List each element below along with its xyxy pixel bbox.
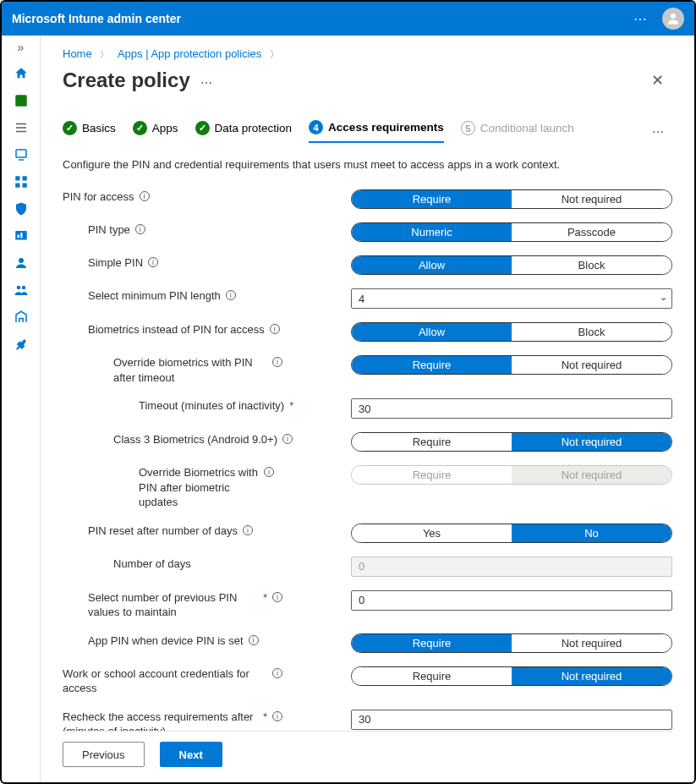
input-timeout[interactable] bbox=[351, 398, 672, 419]
title-more-icon[interactable]: ⋯ bbox=[194, 76, 214, 90]
crumb-home[interactable]: Home bbox=[63, 47, 92, 60]
info-icon[interactable]: i bbox=[272, 592, 282, 602]
info-icon[interactable]: i bbox=[140, 191, 150, 201]
row-app-pin-device: App PIN when device PIN is seti RequireN… bbox=[63, 633, 672, 653]
label-class3: Class 3 Biometrics (Android 9.0+) bbox=[113, 432, 277, 447]
toggle-pin-access[interactable]: RequireNot required bbox=[351, 189, 672, 209]
wizard-footer: Previous Next bbox=[63, 731, 672, 782]
svg-rect-5 bbox=[16, 150, 26, 157]
step-conditional-launch[interactable]: 5Conditional launch bbox=[461, 121, 574, 142]
toggle-pin-reset[interactable]: YesNo bbox=[351, 524, 672, 543]
step-data-protection[interactable]: ✓Data protection bbox=[195, 121, 293, 142]
label-num-days: Number of days bbox=[113, 556, 191, 572]
row-prev-pins: Select number of previous PIN values to … bbox=[63, 590, 672, 620]
svg-rect-9 bbox=[15, 184, 19, 188]
info-icon[interactable]: i bbox=[264, 467, 274, 477]
svg-point-14 bbox=[19, 258, 24, 263]
toggle-work-creds[interactable]: RequireNot required bbox=[351, 666, 672, 686]
users-icon[interactable] bbox=[14, 255, 29, 271]
crumb-apps[interactable]: Apps | App protection policies bbox=[118, 47, 261, 60]
step-number: 5 bbox=[461, 121, 475, 135]
toggle-class3-bio[interactable]: RequireNot required bbox=[351, 432, 672, 452]
dashboard-icon[interactable] bbox=[14, 93, 29, 108]
side-nav: » bbox=[2, 36, 41, 782]
home-icon[interactable] bbox=[14, 66, 29, 81]
close-icon[interactable]: ✕ bbox=[643, 66, 672, 95]
input-recheck[interactable] bbox=[351, 710, 672, 730]
input-prev-pins[interactable] bbox=[351, 590, 672, 611]
row-override-bio-timeout: Override biometrics with PIN after timeo… bbox=[63, 355, 672, 385]
security-icon[interactable] bbox=[14, 201, 29, 217]
label-min-length: Select minimum PIN length bbox=[88, 288, 221, 304]
info-icon[interactable]: i bbox=[226, 290, 236, 300]
row-pin-access: PIN for accessi RequireNot required bbox=[63, 189, 672, 209]
required-marker: * bbox=[263, 710, 267, 725]
row-class3-bio: Class 3 Biometrics (Android 9.0+)i Requi… bbox=[63, 432, 672, 452]
row-timeout: Timeout (minutes of inactivity)* bbox=[63, 398, 672, 419]
info-icon[interactable]: i bbox=[249, 635, 259, 645]
input-num-days bbox=[351, 556, 672, 577]
label-override-bio-updates: Override Biometrics with PIN after biome… bbox=[139, 465, 259, 510]
check-icon: ✓ bbox=[195, 121, 210, 135]
row-recheck: Recheck the access requirements after (m… bbox=[63, 710, 672, 731]
devices-icon[interactable] bbox=[14, 147, 29, 162]
info-icon[interactable]: i bbox=[272, 711, 282, 721]
row-pin-type: PIN typei NumericPasscode bbox=[63, 222, 672, 242]
svg-rect-10 bbox=[22, 184, 26, 188]
toggle-biometrics[interactable]: AllowBlock bbox=[351, 322, 672, 342]
next-button[interactable]: Next bbox=[160, 742, 222, 767]
previous-button[interactable]: Previous bbox=[63, 742, 145, 767]
top-bar: Microsoft Intune admin center ⋯ bbox=[2, 2, 694, 36]
reports-icon[interactable] bbox=[14, 228, 29, 244]
topbar-more-icon[interactable]: ⋯ bbox=[633, 11, 649, 27]
step-apps[interactable]: ✓Apps bbox=[133, 121, 178, 142]
label-timeout: Timeout (minutes of inactivity) bbox=[139, 398, 284, 414]
groups-icon[interactable] bbox=[14, 282, 29, 298]
svg-rect-12 bbox=[17, 235, 19, 238]
toggle-pin-type[interactable]: NumericPasscode bbox=[351, 222, 672, 242]
all-services-icon[interactable] bbox=[14, 120, 29, 135]
step-access-requirements[interactable]: 4Access requirements bbox=[309, 120, 444, 143]
troubleshoot-icon[interactable] bbox=[14, 337, 29, 352]
label-biometrics: Biometrics instead of PIN for access bbox=[88, 322, 265, 337]
check-icon: ✓ bbox=[133, 121, 147, 135]
svg-rect-8 bbox=[22, 176, 26, 180]
label-prev-pins: Select number of previous PIN values to … bbox=[88, 590, 258, 620]
info-icon[interactable]: i bbox=[272, 668, 282, 678]
info-icon[interactable]: i bbox=[272, 357, 282, 367]
apps-icon[interactable] bbox=[14, 174, 29, 189]
required-marker: * bbox=[289, 398, 293, 414]
row-pin-reset: PIN reset after number of daysi YesNo bbox=[63, 524, 672, 543]
chevron-right-icon: 〉 bbox=[95, 49, 114, 59]
info-icon[interactable]: i bbox=[135, 224, 145, 234]
user-avatar[interactable] bbox=[662, 8, 684, 30]
toggle-app-pin-device[interactable]: RequireNot required bbox=[351, 633, 672, 653]
label-pin-reset: PIN reset after number of days bbox=[88, 524, 238, 539]
breadcrumb: Home 〉 Apps | App protection policies 〉 bbox=[63, 47, 672, 61]
check-icon: ✓ bbox=[63, 121, 77, 135]
page-title: Create policy bbox=[63, 69, 190, 91]
steps-more-icon[interactable]: ⋯ bbox=[652, 125, 672, 139]
label-app-pin-device: App PIN when device PIN is set bbox=[88, 633, 244, 649]
toggle-simple-pin[interactable]: AllowBlock bbox=[351, 255, 672, 275]
row-num-days: Number of days bbox=[63, 556, 672, 577]
svg-point-15 bbox=[16, 286, 20, 290]
svg-rect-13 bbox=[20, 233, 22, 238]
svg-point-0 bbox=[671, 14, 676, 19]
select-min-length[interactable] bbox=[351, 288, 672, 309]
toggle-override-bio-timeout[interactable]: RequireNot required bbox=[351, 355, 672, 375]
svg-point-16 bbox=[21, 286, 25, 290]
step-basics[interactable]: ✓Basics bbox=[63, 121, 116, 142]
tenant-icon[interactable] bbox=[14, 310, 29, 325]
info-icon[interactable]: i bbox=[148, 257, 158, 267]
toggle-override-bio-updates: RequireNot required bbox=[351, 465, 672, 485]
info-icon[interactable]: i bbox=[270, 324, 280, 334]
svg-rect-1 bbox=[15, 95, 27, 107]
collapse-nav-icon[interactable]: » bbox=[18, 41, 25, 54]
required-marker: * bbox=[263, 590, 267, 606]
label-work-creds: Work or school account credentials for a… bbox=[63, 666, 267, 696]
step-number: 4 bbox=[309, 120, 323, 134]
info-icon[interactable]: i bbox=[282, 434, 293, 444]
chevron-right-icon: 〉 bbox=[265, 49, 284, 59]
info-icon[interactable]: i bbox=[243, 525, 253, 535]
